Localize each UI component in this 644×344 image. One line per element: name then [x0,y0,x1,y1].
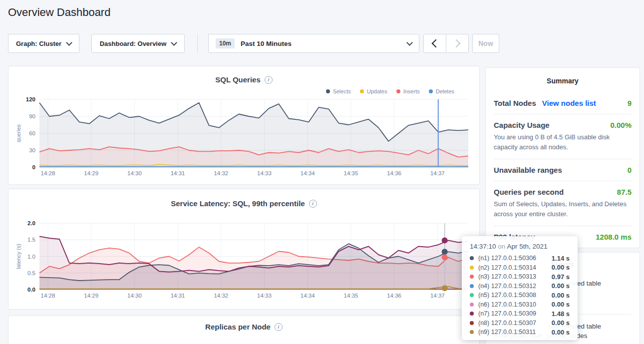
sql-queries-card: SQL Queries i SelectsUpdatesInsertsDelet… [8,66,480,185]
svg-text:14:36: 14:36 [387,170,401,176]
qps-value: 87.5 [617,188,632,196]
dashboard-dropdown[interactable]: Dashboard: Overview [91,34,185,53]
node-color-dot-icon [470,303,474,307]
info-icon[interactable]: i [275,323,283,331]
tooltip-node-row: (n9) 127.0.0.1:503110.00 s [470,328,570,337]
svg-text:queries: queries [15,124,21,142]
capacity-label: Capacity Usage [494,121,550,129]
chevron-down-icon [66,39,72,46]
node-color-dot-icon [470,312,474,316]
latency-chart[interactable]: 14:2814:2914:3014:3114:3214:3314:3414:35… [8,189,479,309]
svg-text:14:29: 14:29 [84,170,98,176]
now-button-label: Now [478,39,493,47]
node-address: (n2) 127.0.0.1:50314 [478,264,536,271]
node-address: (n8) 127.0.0.1:50307 [478,320,536,327]
svg-text:0: 0 [32,164,35,170]
unavailable-ranges-value: 0 [628,166,632,174]
svg-text:14:31: 14:31 [171,170,185,176]
node-address: (n1) 127.0.0.1:50306 [478,255,536,262]
svg-text:14:32: 14:32 [214,170,228,176]
tooltip-date: Apr 5th, 2021 [507,243,547,250]
svg-text:14:35: 14:35 [344,170,358,176]
summary-heading: Summary [494,77,632,85]
tooltip-node-row: (n4) 127.0.0.1:503120.00 s [470,282,570,291]
dashboard-dropdown-label: Dashboard: Overview [100,40,167,47]
time-next-button[interactable] [446,34,469,53]
tooltip-time: 14:37:10 [470,243,496,250]
capacity-value: 0.00% [610,121,632,129]
svg-text:14:29: 14:29 [84,293,98,299]
summary-row-unavailable: Unavailable ranges 0 [494,159,632,181]
node-address: (n4) 127.0.0.1:50312 [478,283,536,290]
svg-text:14:31: 14:31 [171,293,185,299]
summary-row-total-nodes: Total Nodes View nodes list 9 [494,91,632,114]
time-prev-button[interactable] [423,34,446,53]
replicas-title: Replicas per Node i [8,323,479,331]
node-latency-value: 0.00 s [552,264,570,271]
tooltip-rows: (n1) 127.0.0.1:503061.14 s(n2) 127.0.0.1… [470,254,570,337]
chevron-down-icon [171,39,177,46]
view-nodes-list-link[interactable]: View nodes list [542,99,596,107]
svg-text:0.0: 0.0 [27,287,35,293]
node-color-dot-icon [470,330,474,334]
svg-text:30: 30 [29,147,35,153]
node-color-dot-icon [470,284,474,288]
tooltip-node-row: (n6) 127.0.0.1:503100.00 s [470,300,570,310]
node-latency-value: 0.00 s [552,329,570,336]
svg-text:14:28: 14:28 [41,170,55,176]
node-color-dot-icon [470,256,474,260]
summary-card: Summary Total Nodes View nodes list 9 Ca… [485,67,640,248]
node-latency-value: 0.97 s [552,273,570,281]
latency-card: Service Latency: SQL, 99th percentile i … [8,189,480,310]
qps-note: Sum of Selects, Updates, Inserts, and De… [494,199,632,219]
tooltip-conj: on [498,243,505,250]
svg-text:120: 120 [26,96,35,102]
svg-text:14:37: 14:37 [430,293,445,299]
svg-text:90: 90 [29,113,35,119]
svg-text:14:34: 14:34 [301,170,315,176]
overview-dashboard-page: Overview Dashboard Graph: Cluster Dashbo… [0,0,644,344]
capacity-note: You are using 0 B of 4.5 GiB usable disk… [494,132,632,152]
tooltip-node-row: (n3) 127.0.0.1:503130.97 s [470,272,570,282]
node-latency-value: 1.14 s [552,255,570,262]
node-latency-value: 0.00 s [552,292,570,299]
svg-text:60: 60 [29,130,35,136]
chevron-right-icon [452,39,461,48]
svg-text:1.5: 1.5 [27,237,35,243]
graph-dropdown[interactable]: Graph: Cluster [8,34,79,53]
chart-title-text: Replicas per Node [205,323,271,331]
time-range-dropdown[interactable]: 10m Past 10 Minutes [208,34,419,53]
chart-hover-tooltip: 14:37:10 on Apr 5th, 2021 (n1) 127.0.0.1… [462,236,578,340]
now-button[interactable]: Now [472,34,499,53]
svg-text:14:32: 14:32 [214,293,228,299]
tooltip-node-row: (n8) 127.0.0.1:503070.00 s [470,319,570,328]
svg-text:14:28: 14:28 [41,293,55,299]
tooltip-node-row: (n2) 127.0.0.1:503140.00 s [470,263,570,273]
tooltip-node-row: (n5) 127.0.0.1:503080.00 s [470,291,570,300]
svg-text:0.5: 0.5 [27,270,35,276]
qps-label: Queries per second [494,188,564,196]
svg-text:14:34: 14:34 [301,293,315,299]
node-address: (n6) 127.0.0.1:50310 [478,301,536,308]
replicas-card: Replicas per Node i [8,316,480,344]
node-latency-value: 1.48 s [552,310,570,318]
svg-text:14:33: 14:33 [257,170,272,176]
sql-queries-chart[interactable]: 14:2814:2914:3014:3114:3214:3314:3414:35… [8,66,479,184]
node-color-dot-icon [470,275,474,279]
node-latency-value: 0.00 s [552,282,570,290]
tooltip-node-row: (n1) 127.0.0.1:503061.14 s [470,254,570,263]
node-latency-value: 0.00 s [552,319,570,327]
page-title: Overview Dashboard [8,6,110,19]
summary-row-capacity: Capacity Usage 0.00% You are using 0 B o… [494,114,632,159]
node-address: (n7) 127.0.0.1:50309 [478,310,536,317]
svg-text:14:36: 14:36 [387,293,401,299]
total-nodes-label: Total Nodes [494,99,536,107]
svg-text:14:30: 14:30 [127,170,142,176]
summary-row-qps: Queries per second 87.5 Sum of Selects, … [494,181,632,226]
svg-text:14:33: 14:33 [257,293,272,299]
node-address: (n3) 127.0.0.1:50313 [478,273,536,280]
unavailable-ranges-label: Unavailable ranges [494,166,562,174]
node-address: (n9) 127.0.0.1:50311 [478,329,536,336]
svg-text:14:30: 14:30 [127,293,142,299]
tooltip-timestamp: 14:37:10 on Apr 5th, 2021 [470,243,570,250]
